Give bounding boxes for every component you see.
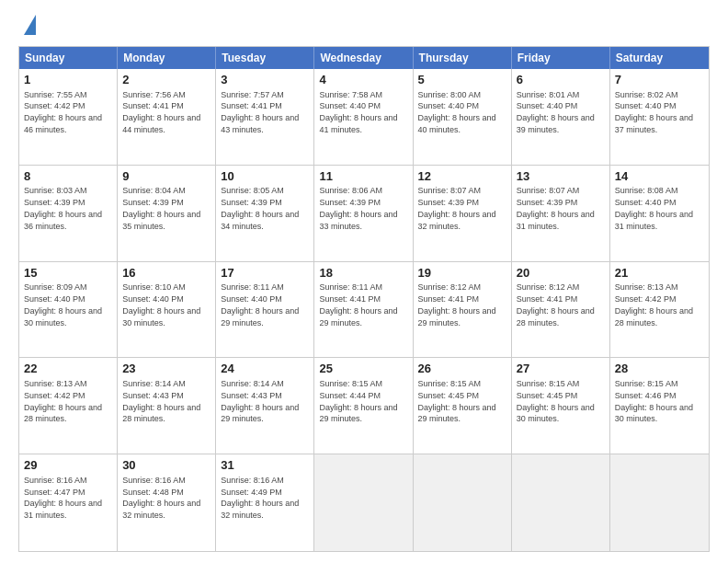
calendar-cell-1: 1 Sunrise: 7:55 AM Sunset: 4:42 PM Dayli… <box>19 69 118 165</box>
calendar: SundayMondayTuesdayWednesdayThursdayFrid… <box>18 46 710 552</box>
day-number: 18 <box>319 265 407 282</box>
day-number: 24 <box>221 361 309 377</box>
header <box>18 15 710 37</box>
calendar-cell-6: 6 Sunrise: 8:01 AM Sunset: 4:40 PM Dayli… <box>512 69 610 165</box>
sunrise-info: Sunrise: 8:03 AM <box>24 186 87 195</box>
calendar-cell-3: 3 Sunrise: 7:57 AM Sunset: 4:41 PM Dayli… <box>216 69 314 165</box>
daylight-info: Daylight: 8 hours and 29 minutes. <box>221 306 299 327</box>
calendar-week-4: 22 Sunrise: 8:13 AM Sunset: 4:42 PM Dayl… <box>19 358 709 454</box>
sunset-info: Sunset: 4:40 PM <box>418 101 480 110</box>
day-number: 15 <box>24 265 112 282</box>
sunrise-info: Sunrise: 8:16 AM <box>122 476 186 485</box>
sunset-info: Sunset: 4:49 PM <box>221 488 282 497</box>
sunrise-info: Sunrise: 8:11 AM <box>319 282 382 292</box>
sunrise-info: Sunrise: 8:05 AM <box>221 186 284 195</box>
sunrise-info: Sunrise: 7:57 AM <box>221 90 284 99</box>
calendar-cell-9: 9 Sunrise: 8:04 AM Sunset: 4:39 PM Dayli… <box>118 166 216 261</box>
daylight-info: Daylight: 8 hours and 29 minutes. <box>221 403 299 424</box>
daylight-info: Daylight: 8 hours and 40 minutes. <box>418 113 496 134</box>
daylight-info: Daylight: 8 hours and 29 minutes. <box>319 306 397 327</box>
sunset-info: Sunset: 4:43 PM <box>122 391 184 400</box>
sunset-info: Sunset: 4:44 PM <box>319 391 381 400</box>
calendar-cell-15: 15 Sunrise: 8:09 AM Sunset: 4:40 PM Dayl… <box>19 262 118 358</box>
daylight-info: Daylight: 8 hours and 30 minutes. <box>517 403 595 424</box>
day-number: 17 <box>221 265 309 282</box>
page: SundayMondayTuesdayWednesdayThursdayFrid… <box>0 0 728 563</box>
calendar-cell-16: 16 Sunrise: 8:10 AM Sunset: 4:40 PM Dayl… <box>118 262 216 358</box>
calendar-cell-24: 24 Sunrise: 8:14 AM Sunset: 4:43 PM Dayl… <box>216 358 314 454</box>
daylight-info: Daylight: 8 hours and 36 minutes. <box>24 210 102 231</box>
sunrise-info: Sunrise: 8:11 AM <box>221 282 284 292</box>
sunrise-info: Sunrise: 8:13 AM <box>24 379 87 388</box>
sunrise-info: Sunrise: 8:07 AM <box>418 186 482 195</box>
sunrise-info: Sunrise: 8:12 AM <box>418 282 482 292</box>
calendar-cell-18: 18 Sunrise: 8:11 AM Sunset: 4:41 PM Dayl… <box>314 262 413 358</box>
calendar-cell-17: 17 Sunrise: 8:11 AM Sunset: 4:40 PM Dayl… <box>216 262 314 358</box>
calendar-week-5: 29 Sunrise: 8:16 AM Sunset: 4:47 PM Dayl… <box>19 454 709 551</box>
daylight-info: Daylight: 8 hours and 28 minutes. <box>615 306 693 327</box>
sunset-info: Sunset: 4:40 PM <box>319 101 381 110</box>
day-number: 6 <box>517 72 605 88</box>
day-number: 23 <box>122 361 210 377</box>
sunrise-info: Sunrise: 7:55 AM <box>24 90 87 99</box>
daylight-info: Daylight: 8 hours and 32 minutes. <box>122 499 200 520</box>
calendar-cell-31: 31 Sunrise: 8:16 AM Sunset: 4:49 PM Dayl… <box>216 454 314 551</box>
calendar-cell-2: 2 Sunrise: 7:56 AM Sunset: 4:41 PM Dayli… <box>118 69 216 165</box>
sunrise-info: Sunrise: 8:15 AM <box>517 379 580 388</box>
sunset-info: Sunset: 4:40 PM <box>517 101 578 110</box>
daylight-info: Daylight: 8 hours and 46 minutes. <box>24 113 102 134</box>
sunset-info: Sunset: 4:41 PM <box>122 101 184 110</box>
day-number: 16 <box>122 265 210 282</box>
day-number: 1 <box>24 72 112 88</box>
day-number: 12 <box>418 168 506 185</box>
sunrise-info: Sunrise: 8:16 AM <box>221 476 284 485</box>
sunrise-info: Sunrise: 8:14 AM <box>221 379 284 388</box>
calendar-cell-20: 20 Sunrise: 8:12 AM Sunset: 4:41 PM Dayl… <box>512 262 610 358</box>
sunset-info: Sunset: 4:39 PM <box>24 198 85 207</box>
day-number: 3 <box>221 72 309 88</box>
calendar-cell-13: 13 Sunrise: 8:07 AM Sunset: 4:39 PM Dayl… <box>512 166 610 261</box>
sunrise-info: Sunrise: 8:16 AM <box>24 476 87 485</box>
sunset-info: Sunset: 4:41 PM <box>319 294 381 304</box>
calendar-header: SundayMondayTuesdayWednesdayThursdayFrid… <box>19 47 709 69</box>
daylight-info: Daylight: 8 hours and 28 minutes. <box>122 403 200 424</box>
sunset-info: Sunset: 4:41 PM <box>418 294 480 304</box>
daylight-info: Daylight: 8 hours and 33 minutes. <box>319 210 397 231</box>
daylight-info: Daylight: 8 hours and 34 minutes. <box>221 210 299 231</box>
sunset-info: Sunset: 4:39 PM <box>319 198 381 207</box>
sunrise-info: Sunrise: 8:13 AM <box>615 282 678 292</box>
sunset-info: Sunset: 4:40 PM <box>122 294 184 304</box>
calendar-cell-23: 23 Sunrise: 8:14 AM Sunset: 4:43 PM Dayl… <box>118 358 216 454</box>
daylight-info: Daylight: 8 hours and 29 minutes. <box>418 306 496 327</box>
calendar-cell-14: 14 Sunrise: 8:08 AM Sunset: 4:40 PM Dayl… <box>610 166 709 261</box>
sunrise-info: Sunrise: 8:12 AM <box>517 282 580 292</box>
sunrise-info: Sunrise: 8:09 AM <box>24 282 87 292</box>
calendar-cell-empty <box>314 454 413 551</box>
sunrise-info: Sunrise: 8:14 AM <box>122 379 186 388</box>
logo <box>18 15 36 37</box>
sunset-info: Sunset: 4:45 PM <box>517 391 578 400</box>
sunset-info: Sunset: 4:40 PM <box>221 294 282 304</box>
calendar-cell-11: 11 Sunrise: 8:06 AM Sunset: 4:39 PM Dayl… <box>314 166 413 261</box>
sunset-info: Sunset: 4:47 PM <box>24 488 85 497</box>
calendar-cell-empty <box>610 454 709 551</box>
weekday-header-monday: Monday <box>118 47 216 69</box>
sunset-info: Sunset: 4:39 PM <box>517 198 578 207</box>
calendar-cell-26: 26 Sunrise: 8:15 AM Sunset: 4:45 PM Dayl… <box>414 358 512 454</box>
daylight-info: Daylight: 8 hours and 44 minutes. <box>122 113 200 134</box>
sunrise-info: Sunrise: 7:56 AM <box>122 90 186 99</box>
daylight-info: Daylight: 8 hours and 32 minutes. <box>418 210 496 231</box>
daylight-info: Daylight: 8 hours and 43 minutes. <box>221 113 299 134</box>
calendar-cell-empty <box>512 454 610 551</box>
weekday-header-sunday: Sunday <box>19 47 118 69</box>
daylight-info: Daylight: 8 hours and 28 minutes. <box>517 306 595 327</box>
sunrise-info: Sunrise: 8:10 AM <box>122 282 186 292</box>
sunset-info: Sunset: 4:42 PM <box>24 101 85 110</box>
sunrise-info: Sunrise: 8:06 AM <box>319 186 382 195</box>
calendar-week-1: 1 Sunrise: 7:55 AM Sunset: 4:42 PM Dayli… <box>19 69 709 166</box>
sunrise-info: Sunrise: 8:00 AM <box>418 90 482 99</box>
day-number: 21 <box>615 265 704 282</box>
sunrise-info: Sunrise: 8:04 AM <box>122 186 186 195</box>
sunset-info: Sunset: 4:41 PM <box>221 101 282 110</box>
daylight-info: Daylight: 8 hours and 30 minutes. <box>122 306 200 327</box>
